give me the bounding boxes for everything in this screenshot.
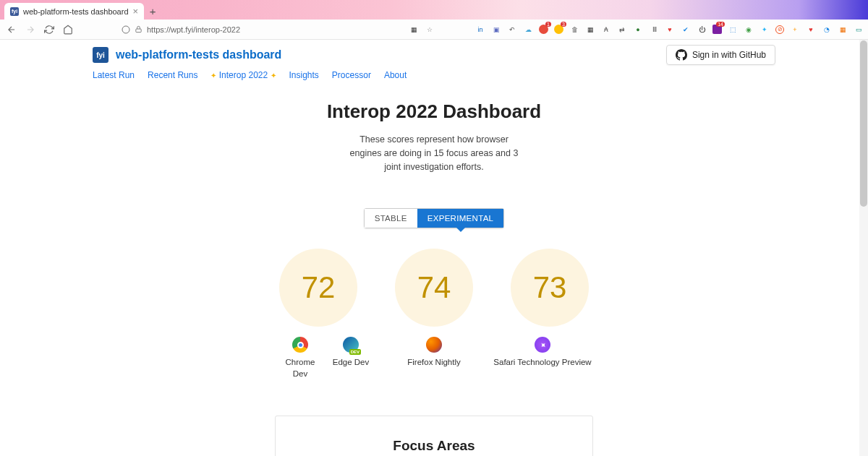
tab-close-icon[interactable]: × [133,7,139,16]
ext-icon-24[interactable]: ▦ [838,25,848,35]
score-circle-2: 74 [395,249,473,327]
site-title[interactable]: web-platform-tests dashboard [116,48,281,61]
browser-chrome-label: Chrome Dev [278,357,322,379]
svg-point-0 [122,26,129,33]
reload-button[interactable] [43,24,55,35]
toggle-experimental[interactable]: EXPERIMENTAL [417,209,504,228]
browser-tab-strip: fyi web-platform-tests dashboard × + [0,0,868,20]
edge-icon: DEV [343,337,359,353]
ext-icon-17[interactable]: ⬚ [728,25,738,35]
ext-icon-2[interactable]: ▣ [491,25,501,35]
ext-icon-23[interactable]: ◔ [822,25,832,35]
ext-icon-12[interactable]: Ⅲ [649,25,659,35]
ext-icon-20[interactable]: ⊘ [775,25,784,34]
ext-icon-19[interactable]: ✦ [760,25,770,35]
safari-icon: ✦ [535,337,550,353]
ext-icon-15[interactable]: ⏻ [697,25,707,35]
browser-firefox-label: Firefox Nightly [391,357,477,369]
sparkle-icon: ✦ [210,72,216,79]
focus-areas-card: Focus Areas Here you can see how focus a… [275,416,593,456]
qr-icon[interactable]: ▦ [409,25,419,35]
forward-button[interactable] [25,24,36,35]
lock-icon [135,25,142,33]
ext-icon-25[interactable]: ▭ [854,25,864,35]
ext-icon-7[interactable]: 🗑 [569,25,579,35]
browser-row: Chrome Dev DEV Edge Dev Firefox Nightly … [0,337,868,379]
nav-processor[interactable]: Processor [332,70,371,80]
ext-icon-1[interactable]: in [475,25,485,35]
svg-rect-1 [136,29,141,33]
signin-label: Sign in with GitHub [692,50,766,60]
site-logo-icon[interactable]: fyi [93,47,109,63]
browser-safari-label: Safari Technology Preview [492,357,593,369]
new-tab-button[interactable]: + [144,3,161,20]
browser-edge-label: Edge Dev [329,357,373,369]
ext-icon-14[interactable]: ✔ [681,25,691,35]
ext-icon-22[interactable]: ♥ [806,25,816,35]
browser-tab[interactable]: fyi web-platform-tests dashboard × [4,3,144,20]
page-content: fyi web-platform-tests dashboard Sign in… [0,40,868,456]
ext-icon-11[interactable]: ● [633,25,643,35]
score-row: 72 74 73 [0,249,868,327]
nav-recent-runs[interactable]: Recent Runs [148,70,197,80]
ext-icon-10[interactable]: ⇄ [617,25,627,35]
sparkle-icon: ✦ [271,72,276,79]
nav-insights[interactable]: Insights [289,70,319,80]
home-button[interactable] [62,24,74,35]
site-header: fyi web-platform-tests dashboard Sign in… [75,40,793,70]
signin-github-button[interactable]: Sign in with GitHub [666,45,775,65]
nav-interop-label: Interop 2022 [219,70,268,80]
shield-icon [122,25,130,34]
firefox-icon [426,337,442,353]
nav-latest-run[interactable]: Latest Run [93,70,135,80]
ext-icon-16[interactable]: 14 [712,25,722,34]
ext-icon-6[interactable]: 3 [554,25,563,34]
github-icon [676,49,687,61]
ext-icon-21[interactable]: + [790,25,800,35]
page-subtitle: These scores represent how browser engin… [347,133,521,173]
ext-icon-18[interactable]: ◉ [744,25,754,35]
score-circle-1: 72 [279,249,357,327]
ext-icon-3[interactable]: ↶ [507,25,517,35]
tab-favicon-icon: fyi [10,7,19,16]
site-nav: Latest Run Recent Runs ✦ Interop 2022 ✦ … [75,70,793,85]
chrome-icon [292,337,308,353]
browser-firefox: Firefox Nightly [391,337,477,379]
main-content: Interop 2022 Dashboard These scores repr… [0,85,868,456]
ext-icon-13[interactable]: ♥ [665,25,675,35]
browser-safari: ✦ Safari Technology Preview [492,337,593,379]
channel-toggle: STABLE EXPERIMENTAL [364,208,505,228]
ext-icon-5[interactable]: 1 [539,25,548,34]
tab-title: web-platform-tests dashboard [23,7,129,16]
back-button[interactable] [6,24,17,35]
ext-icon-9[interactable]: ₳ [601,25,611,35]
toggle-stable[interactable]: STABLE [365,209,417,228]
bookmark-star-icon[interactable]: ☆ [425,25,435,35]
nav-about[interactable]: About [384,70,407,80]
ext-icon-8[interactable]: ▦ [585,25,595,35]
url-bar[interactable]: https://wpt.fyi/interop-2022 [117,22,403,37]
browser-chrome: Chrome Dev [278,337,322,379]
url-text: https://wpt.fyi/interop-2022 [147,25,240,34]
page-title: Interop 2022 Dashboard [0,100,868,123]
score-circle-3: 73 [511,249,589,327]
scrollbar-thumb[interactable] [860,40,867,207]
browser-edge: DEV Edge Dev [329,337,373,379]
ext-icon-4[interactable]: ☁ [523,25,533,35]
nav-interop-2022[interactable]: ✦ Interop 2022 ✦ [210,70,276,80]
extension-icons: ▦ ☆ in ▣ ↶ ☁ 1 3 🗑 ▦ ₳ ⇄ ● Ⅲ ♥ ✔ ⏻ 14 ⬚ … [409,24,868,35]
focus-areas-title: Focus Areas [305,438,563,454]
browser-toolbar: https://wpt.fyi/interop-2022 ▦ ☆ in ▣ ↶ … [0,20,868,40]
